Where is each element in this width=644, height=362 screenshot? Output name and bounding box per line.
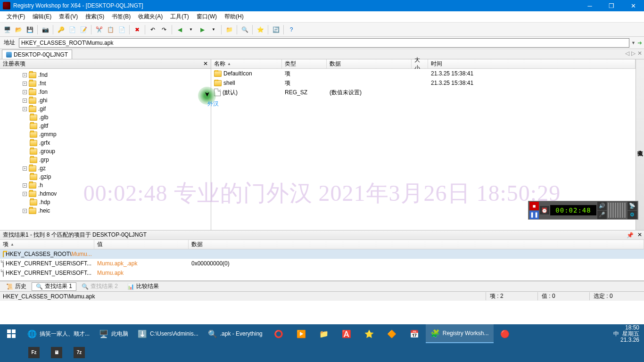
expand-icon[interactable]: + [23,107,27,111]
col-time[interactable]: 时间 [428,59,636,68]
bookmark-icon[interactable]: ⭐ [255,25,265,35]
taskbar-item[interactable]: 🅰️ [335,324,358,343]
tree-item[interactable]: +.hdmov [0,189,211,198]
tree-item[interactable]: .grfx [0,139,211,147]
tab-next-icon[interactable]: ▷ [631,50,636,57]
mic-icon[interactable]: 🎤 [597,211,607,219]
tab-desktop[interactable]: DESKTOP-0QLJNGT [2,49,72,59]
pin-icon[interactable]: 📌 [627,232,634,239]
tab-close-icon[interactable]: ✕ [637,50,642,57]
taskbar-item[interactable]: 🔴 [494,324,516,343]
tree-item[interactable]: .group [0,147,211,156]
expand-icon[interactable]: + [23,99,27,103]
minimize-button[interactable]: ─ [579,0,601,11]
search-body[interactable]: HKEY_CLASSES_ROOT\Mumu...HKEY_CURRENT_US… [0,249,644,280]
tree-item[interactable]: +.gz [0,164,211,173]
expand-icon[interactable]: + [23,209,27,213]
tree-item[interactable]: .glb [0,113,211,122]
scol-data[interactable]: 数据 [189,240,644,249]
menu-h[interactable]: 帮助(H) [221,11,248,22]
tree-item[interactable]: .gmmp [0,130,211,139]
col-data[interactable]: 数据 [327,59,412,68]
search-row[interactable]: HKEY_CLASSES_ROOT\Mumu... [0,249,644,259]
scol-value[interactable]: 值 [94,240,189,249]
delete-icon[interactable]: ✖ [132,25,142,35]
tree-item[interactable]: .hdp [0,198,211,206]
forward-menu-icon[interactable]: ▼ [208,25,219,35]
col-type[interactable]: 类型 [282,59,327,68]
search-row[interactable]: HKEY_CURRENT_USER\SOFT...Mumu.apk_.apk0x… [0,259,644,268]
close-button[interactable]: ✕ [622,0,644,11]
bottom-tab[interactable]: 📜历史 [2,282,31,291]
taskbar-item[interactable]: Fz [23,343,45,362]
pause-icon[interactable]: ❚❚ [529,211,539,219]
expand-icon[interactable]: + [23,82,27,86]
save-icon[interactable]: 💾 [25,25,35,35]
tree-item[interactable]: +.ghi [0,96,211,105]
menu-v[interactable]: 查看(V) [55,11,82,22]
menu-b[interactable]: 书签(B) [108,11,134,22]
expand-icon[interactable]: + [23,192,27,196]
col-name[interactable]: 名称 ▲ [211,59,282,68]
alarm-icon[interactable]: ⏰ [540,206,549,214]
taskbar-item[interactable]: ⬇️C:\Users\Adminis... [133,324,203,343]
taskbar-item[interactable]: 🖥️此电脑 [94,324,133,343]
key-icon[interactable]: 🔑 [56,25,66,35]
list-row[interactable]: DefaultIcon项21.3.25 15:38:41 [211,69,636,78]
bottom-tab[interactable]: 📊比较结果 [123,282,163,291]
taskbar-item[interactable]: 🔍.apk - Everything [203,324,267,343]
taskbar-item[interactable]: 🌐搞笑一家人、顺才... [23,324,94,343]
tree-item[interactable]: +.heic [0,206,211,215]
expand-icon[interactable]: + [23,90,27,94]
scol-item[interactable]: 项 ▲ [0,240,94,249]
find-icon[interactable]: 🔍 [239,25,250,35]
forward-icon[interactable]: ▶ [197,25,207,35]
registry-tree[interactable]: +.fnd+.fnt+.fon+.ghi+.gif.glb.gltf.gmmp.… [0,69,211,230]
menu-f[interactable]: 文件(F) [3,11,29,22]
go-icon[interactable]: ➜ [637,40,642,46]
tree-item[interactable]: .grp [0,156,211,164]
taskbar-item[interactable]: 🔶 [380,324,403,343]
expand-icon[interactable]: + [23,166,27,171]
refresh-icon[interactable]: 🔄 [271,25,281,35]
menu-s[interactable]: 搜索(S) [82,11,108,22]
menu-w[interactable]: 窗口(W) [193,11,221,22]
string-icon[interactable]: 📝 [78,25,89,35]
list-row[interactable]: (默认)REG_SZ(数值未设置) [211,88,636,97]
open-icon[interactable]: 📂 [13,25,24,35]
tree-item[interactable]: .gzip [0,173,211,181]
help-icon[interactable]: ? [286,25,297,35]
undo-icon[interactable]: ↶ [148,25,158,35]
tree-item[interactable]: +.fnd [0,71,211,79]
tree-item[interactable]: +.fnt [0,79,211,88]
taskbar-item[interactable]: ⭕ [267,324,290,343]
redo-icon[interactable]: ↷ [159,25,169,35]
binary-icon[interactable]: 📄 [67,25,77,35]
taskbar-item[interactable]: 🖥 [45,343,68,362]
search-row[interactable]: HKEY_CURRENT_USER\SOFT...Mumu.apk [0,268,644,278]
up-icon[interactable]: 📁 [224,25,234,35]
menu-a[interactable]: 收藏夹(A) [134,11,166,22]
tab-prev-icon[interactable]: ◁ [625,50,629,57]
tree-close-icon[interactable]: ✕ [202,60,209,67]
start-button[interactable] [0,324,23,343]
webcam-icon[interactable]: 📡 [627,202,637,210]
expand-icon[interactable]: + [23,183,27,188]
col-size[interactable]: 大小 [412,59,428,68]
record-icon[interactable]: ■ [529,202,539,210]
address-input[interactable] [19,38,629,48]
expand-icon[interactable]: + [23,73,27,77]
search-close-icon[interactable]: ✕ [637,231,642,238]
tray-clock[interactable]: 18:50 中 星期五 21.3.26 [609,325,644,343]
menu-t[interactable]: 工具(T) [166,11,192,22]
connect-icon[interactable]: 🖥️ [2,25,12,35]
tree-item[interactable]: +.h [0,181,211,189]
copy-icon[interactable]: 📋 [105,25,116,35]
speaker-icon[interactable]: 🔊 [597,202,607,210]
taskbar-item[interactable]: ⭐ [358,324,380,343]
tree-item[interactable]: +.gif [0,105,211,113]
export-icon[interactable]: 📷 [40,25,50,35]
tree-item[interactable]: +.fon [0,88,211,96]
menu-e[interactable]: 编辑(E) [29,11,55,22]
taskbar-item[interactable]: 7z [68,343,91,362]
